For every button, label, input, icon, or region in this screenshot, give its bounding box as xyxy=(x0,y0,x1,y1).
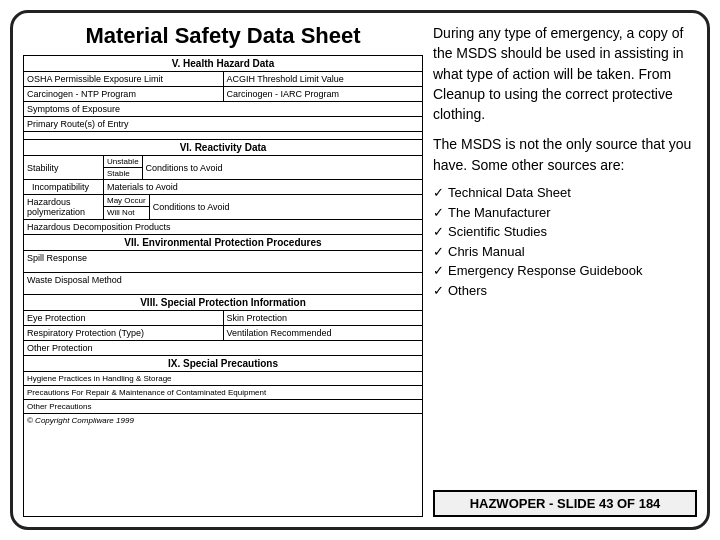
osha-cell: OSHA Permissible Exposure Limit xyxy=(24,72,224,86)
checklist: ✓Technical Data Sheet ✓The Manufacturer … xyxy=(433,183,697,300)
stability-label: Stability xyxy=(24,156,104,179)
waste-row: Waste Disposal Method xyxy=(24,273,422,295)
precaution-row-1: Hygiene Practices in Handling & Storage xyxy=(24,372,422,386)
may-occur-option: May Occur xyxy=(104,195,149,207)
paragraph-1: During any type of emergency, a copy of … xyxy=(433,23,697,124)
left-panel: Material Safety Data Sheet V. Health Haz… xyxy=(23,23,423,517)
iarc-cell: Carcinogen - IARC Program xyxy=(224,87,423,101)
haz-poly-options: May Occur Will Not xyxy=(104,195,150,219)
check-icon-1: ✓ xyxy=(433,183,444,203)
check-icon-5: ✓ xyxy=(433,261,444,281)
main-container: Material Safety Data Sheet V. Health Haz… xyxy=(10,10,710,530)
msds-form: V. Health Hazard Data OSHA Permissible E… xyxy=(23,55,423,517)
symptoms-row: Symptoms of Exposure xyxy=(24,102,422,117)
list-item-2: ✓The Manufacturer xyxy=(433,203,697,223)
reactivity-header: VI. Reactivity Data xyxy=(24,140,422,156)
list-item-5: ✓Emergency Response Guidebook xyxy=(433,261,697,281)
health-row-1: OSHA Permissible Exposure Limit ACGIH Th… xyxy=(24,72,422,87)
copyright: © Copyright Compliware 1999 xyxy=(24,414,422,427)
health-row-2: Carcinogen - NTP Program Carcinogen - IA… xyxy=(24,87,422,102)
stability-options: Unstable Stable xyxy=(104,156,143,179)
spill-row: Spill Response xyxy=(24,251,422,273)
check-icon-3: ✓ xyxy=(433,222,444,242)
stable-option: Stable xyxy=(104,168,142,179)
hazwoper-footer: HAZWOPER - SLIDE 43 OF 184 xyxy=(433,490,697,517)
precautions-header: IX. Special Precautions xyxy=(24,356,422,372)
primary-route-row: Primary Route(s) of Entry xyxy=(24,117,422,132)
incompatibility-label: Incompatibility xyxy=(24,180,104,194)
precaution-row-3: Other Precautions xyxy=(24,400,422,414)
page-title: Material Safety Data Sheet xyxy=(23,23,423,49)
other-protection-row: Other Protection xyxy=(24,341,422,356)
resp-vent-row: Respiratory Protection (Type) Ventilatio… xyxy=(24,326,422,341)
decomposition-row: Hazardous Decomposition Products xyxy=(24,220,422,235)
ntp-cell: Carcinogen - NTP Program xyxy=(24,87,224,101)
health-header: V. Health Hazard Data xyxy=(24,56,422,72)
conditions-avoid-1: Conditions to Avoid xyxy=(143,156,422,179)
eye-cell: Eye Protection xyxy=(24,311,224,325)
incompatibility-row: Incompatibility Materials to Avoid xyxy=(24,180,422,195)
check-icon-2: ✓ xyxy=(433,203,444,223)
list-item-4: ✓Chris Manual xyxy=(433,242,697,262)
paragraph-2: The MSDS is not the only source that you… xyxy=(433,134,697,175)
stability-row: Stability Unstable Stable Conditions to … xyxy=(24,156,422,180)
list-item-3: ✓Scientific Studies xyxy=(433,222,697,242)
will-not-option: Will Not xyxy=(104,207,149,218)
precaution-row-2: Precautions For Repair & Maintenance of … xyxy=(24,386,422,400)
right-panel: During any type of emergency, a copy of … xyxy=(433,23,697,517)
haz-poly-label: Hazardous polymerization xyxy=(24,195,104,219)
acgih-cell: ACGIH Threshold Limit Value xyxy=(224,72,423,86)
special-prot-header: VIII. Special Protection Information xyxy=(24,295,422,311)
unstable-option: Unstable xyxy=(104,156,142,168)
list-item-6: ✓Others xyxy=(433,281,697,301)
env-header: VII. Environmental Protection Procedures xyxy=(24,235,422,251)
eye-skin-row: Eye Protection Skin Protection xyxy=(24,311,422,326)
check-icon-6: ✓ xyxy=(433,281,444,301)
materials-avoid: Materials to Avoid xyxy=(104,180,422,194)
haz-poly-row: Hazardous polymerization May Occur Will … xyxy=(24,195,422,220)
right-content: During any type of emergency, a copy of … xyxy=(433,23,697,300)
check-icon-4: ✓ xyxy=(433,242,444,262)
ventilation-cell: Ventilation Recommended xyxy=(224,326,423,340)
respiratory-cell: Respiratory Protection (Type) xyxy=(24,326,224,340)
conditions-avoid-2: Conditions to Avoid xyxy=(150,195,422,219)
spacer-1 xyxy=(24,132,422,140)
skin-cell: Skin Protection xyxy=(224,311,423,325)
list-item-1: ✓Technical Data Sheet xyxy=(433,183,697,203)
